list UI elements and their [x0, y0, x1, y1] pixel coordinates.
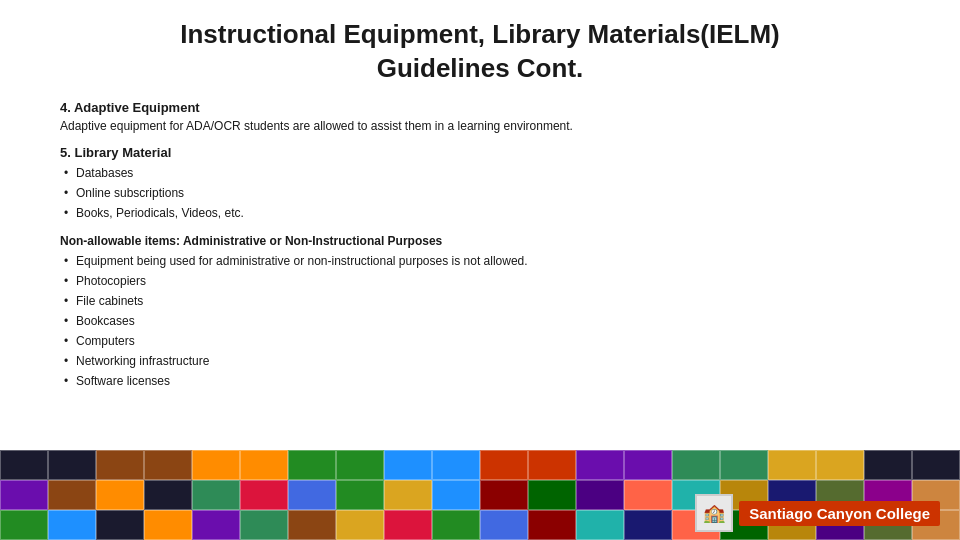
footer-tile-cell: [816, 450, 864, 480]
footer-tile-cell: [240, 510, 288, 540]
footer-tile-cell: [0, 480, 48, 510]
footer-tile-cell: [288, 480, 336, 510]
scc-logo-area: 🏫 Santiago Canyon College: [695, 494, 940, 532]
footer-tile-cell: [144, 510, 192, 540]
footer-tile-cell: [912, 450, 960, 480]
section-4: 4. Adaptive Equipment Adaptive equipment…: [60, 100, 900, 133]
footer-tile-cell: [192, 510, 240, 540]
section-5: 5. Library Material Databases Online sub…: [60, 145, 900, 222]
footer-tile-cell: [96, 450, 144, 480]
scc-logo-box: 🏫: [695, 494, 733, 532]
footer-tile-cell: [768, 450, 816, 480]
non-allowable-heading: Non-allowable items: Administrative or N…: [60, 234, 900, 248]
footer-tile-cell: [288, 510, 336, 540]
footer-tile-cell: [432, 510, 480, 540]
list-item: Computers: [60, 332, 900, 350]
page-title: Instructional Equipment, Library Materia…: [60, 10, 900, 86]
scc-logo-text: Santiago Canyon College: [739, 501, 940, 526]
footer-tile-cell: [384, 450, 432, 480]
main-content: Instructional Equipment, Library Materia…: [0, 0, 960, 390]
non-allowable-section: Non-allowable items: Administrative or N…: [60, 234, 900, 390]
list-item: Online subscriptions: [60, 184, 900, 202]
list-item: Photocopiers: [60, 272, 900, 290]
footer-tile-cell: [576, 450, 624, 480]
section-5-heading: 5. Library Material: [60, 145, 900, 160]
list-item: Networking infrastructure: [60, 352, 900, 370]
list-item: Databases: [60, 164, 900, 182]
section-4-text: Adaptive equipment for ADA/OCR students …: [60, 119, 900, 133]
footer-tile-cell: [0, 510, 48, 540]
footer-tile-cell: [864, 450, 912, 480]
footer-tile-cell: [528, 450, 576, 480]
footer-tile-cell: [144, 450, 192, 480]
list-item: Software licenses: [60, 372, 900, 390]
footer-tile-cell: [192, 450, 240, 480]
list-item: Bookcases: [60, 312, 900, 330]
footer-tile-cell: [192, 480, 240, 510]
footer-tile-cell: [48, 450, 96, 480]
footer-tile-cell: [528, 510, 576, 540]
footer-tile-cell: [336, 510, 384, 540]
footer-tile-cell: [384, 480, 432, 510]
footer-tile-cell: [432, 480, 480, 510]
footer-tile-cell: [240, 450, 288, 480]
footer-tile-cell: [720, 450, 768, 480]
list-item: Equipment being used for administrative …: [60, 252, 900, 270]
footer-tile-cell: [480, 510, 528, 540]
footer-tile-cell: [96, 510, 144, 540]
footer-tile-cell: [528, 480, 576, 510]
footer-tile-cell: [0, 450, 48, 480]
footer-tile-cell: [96, 480, 144, 510]
non-allowable-list: Equipment being used for administrative …: [60, 252, 900, 390]
footer-tile-cell: [432, 450, 480, 480]
list-item: Books, Periodicals, Videos, etc.: [60, 204, 900, 222]
footer-tile-cell: [144, 480, 192, 510]
footer-tile-cell: [288, 450, 336, 480]
footer-tile-cell: [576, 510, 624, 540]
footer-tile-cell: [336, 480, 384, 510]
scc-logo-icon: 🏫: [703, 502, 725, 524]
footer-tile-cell: [48, 480, 96, 510]
section-4-heading: 4. Adaptive Equipment: [60, 100, 900, 115]
footer-tile-cell: [624, 480, 672, 510]
section-5-list: Databases Online subscriptions Books, Pe…: [60, 164, 900, 222]
footer-tile-cell: [480, 480, 528, 510]
list-item: File cabinets: [60, 292, 900, 310]
footer-tile-cell: [624, 450, 672, 480]
footer-tile-cell: [672, 450, 720, 480]
footer-tile-cell: [336, 450, 384, 480]
footer-tile-cell: [240, 480, 288, 510]
footer-tile-cell: [384, 510, 432, 540]
footer-tile-cell: [624, 510, 672, 540]
footer-tile-cell: [480, 450, 528, 480]
footer-tile-cell: [48, 510, 96, 540]
footer-tile-cell: [576, 480, 624, 510]
